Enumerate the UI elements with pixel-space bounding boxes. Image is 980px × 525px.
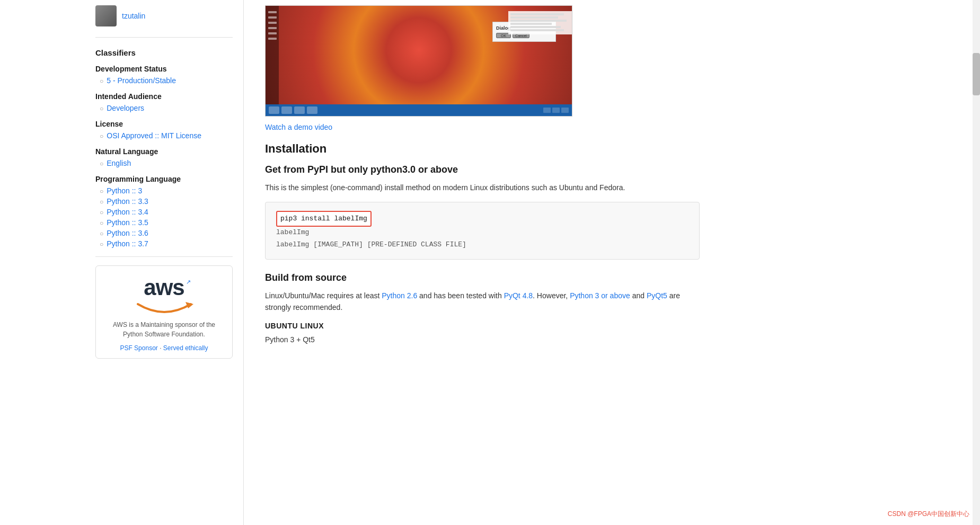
bullet-icon: ○ — [100, 198, 103, 206]
bullet-icon: ○ — [100, 105, 103, 112]
prog-lang-link[interactable]: Python :: 3 — [107, 186, 142, 195]
programming-language-list: ○Python :: 3○Python :: 3.3○Python :: 3.4… — [95, 186, 233, 248]
dev-status-link[interactable]: 5 - Production/Stable — [107, 76, 176, 85]
build-desc-before-pyqt48: and has been tested with — [417, 291, 504, 300]
bullet-icon: ○ — [100, 219, 103, 227]
bullet-icon: ○ — [100, 209, 103, 216]
programming-language-title: Programming Language — [95, 175, 233, 183]
aws-description: AWS is a Maintaining sponsor of the Pyth… — [104, 320, 224, 339]
sidebar-icon — [268, 16, 277, 19]
sidebar: tzutalin Classifiers Development Status … — [0, 0, 244, 525]
aws-smile-icon — [133, 299, 196, 315]
avatar — [95, 5, 117, 26]
taskbar-right-icon — [552, 108, 560, 113]
natural-language-item: ○ English — [95, 159, 233, 167]
bullet-icon: ○ — [100, 230, 103, 237]
sidebar-icon — [268, 32, 277, 34]
taskbar-icon — [281, 106, 292, 114]
development-status-title: Development Status — [95, 65, 233, 73]
bullet-icon: ○ — [100, 132, 103, 140]
aws-logo-text: aws — [144, 275, 184, 300]
dev-status-item: ○ 5 - Production/Stable — [95, 76, 233, 85]
scrollbar-thumb[interactable] — [973, 53, 980, 95]
taskbar-right-icon — [543, 108, 551, 113]
prog-lang-item: ○Python :: 3.4 — [95, 208, 233, 216]
build-desc-before-python3: . However, — [533, 291, 570, 300]
sidebar-divider — [95, 256, 233, 257]
ubuntu-header: UBUNTU LINUX — [265, 322, 700, 330]
sidebar-icon — [268, 22, 277, 24]
taskbar-right-icon — [561, 108, 569, 113]
prog-lang-item: ○Python :: 3.7 — [95, 239, 233, 248]
build-desc-before-pyqt5: and — [630, 291, 647, 300]
code-line3: labelImg [IMAGE_PATH] [PRE-DEFINED CLASS… — [276, 239, 688, 251]
aws-sponsor-box: aws ↗ AWS is a Maintaining sponsor of th… — [95, 265, 233, 359]
intended-audience-item: ○ Developers — [95, 104, 233, 112]
watermark: CSDN @FPGA中国创新中心 — [888, 510, 969, 519]
taskbar-icon — [269, 106, 279, 114]
aws-footer: PSF Sponsor · Served ethically — [104, 344, 224, 352]
build-desc-before-python26: Linux/Ubuntu/Mac requires at least — [265, 291, 382, 300]
scrollbar[interactable] — [973, 0, 980, 525]
prog-lang-item: ○Python :: 3.6 — [95, 229, 233, 237]
get-pypi-header: Get from PyPI but only python3.0 or abov… — [265, 164, 700, 175]
prog-lang-link[interactable]: Python :: 3.5 — [107, 218, 148, 227]
taskbar-icon — [294, 106, 305, 114]
main-content: Dialog OK Cancel — [244, 0, 721, 525]
natural-language-link[interactable]: English — [107, 159, 131, 167]
pyqt48-link[interactable]: PyQt 4.8 — [504, 291, 533, 300]
prog-lang-link[interactable]: Python :: 3.4 — [107, 208, 148, 216]
taskbar-right — [543, 108, 569, 113]
right-panel — [508, 11, 572, 34]
prog-lang-item: ○Python :: 3 — [95, 186, 233, 195]
prog-lang-link[interactable]: Python :: 3.3 — [107, 197, 148, 206]
separator: · — [160, 344, 163, 352]
prog-lang-item: ○Python :: 3.3 — [95, 197, 233, 206]
bullet-icon: ○ — [100, 241, 103, 248]
bullet-icon: ○ — [100, 77, 103, 85]
installation-header: Installation — [265, 142, 700, 156]
psf-sponsor-link[interactable]: PSF Sponsor — [120, 344, 157, 352]
python-qt5-text: Python 3 + Qt5 — [265, 335, 700, 344]
intended-audience-link[interactable]: Developers — [107, 104, 144, 112]
build-description: Linux/Ubuntu/Mac requires at least Pytho… — [265, 290, 700, 314]
aws-external-icon: ↗ — [186, 279, 191, 286]
sidebar-icon — [268, 38, 277, 40]
intended-audience-title: Intended Audience — [95, 92, 233, 101]
aws-logo: aws ↗ — [104, 277, 224, 315]
code-highlighted: pip3 install labelImg — [276, 211, 372, 227]
taskbar — [266, 104, 572, 116]
user-section: tzutalin — [95, 5, 233, 38]
build-header: Build from source — [265, 272, 700, 283]
python26-link[interactable]: Python 2.6 — [382, 291, 417, 300]
user-link[interactable]: tzutalin — [122, 12, 145, 20]
bullet-icon: ○ — [100, 188, 103, 195]
demo-image: Dialog OK Cancel — [265, 5, 572, 117]
sidebar-icon — [268, 11, 277, 13]
sidebar-icon — [268, 27, 277, 29]
served-ethically-link[interactable]: Served ethically — [163, 344, 208, 352]
license-link[interactable]: OSI Approved :: MIT License — [107, 131, 201, 140]
classifiers-title: Classifiers — [95, 48, 233, 57]
code-line2: labelImg — [276, 227, 688, 238]
natural-language-title: Natural Language — [95, 147, 233, 156]
pypi-description: This is the simplest (one-command) insta… — [265, 182, 700, 193]
pyqt5-link[interactable]: PyQt5 — [647, 291, 667, 300]
taskbar-icon — [307, 106, 317, 114]
prog-lang-link[interactable]: Python :: 3.6 — [107, 229, 148, 237]
license-title: License — [95, 120, 233, 128]
python3-link[interactable]: Python 3 or above — [570, 291, 630, 300]
code-block: pip3 install labelImg labelImg labelImg … — [265, 202, 700, 259]
demo-sidebar — [266, 6, 279, 116]
demo-image-container: Dialog OK Cancel — [265, 5, 572, 117]
prog-lang-link[interactable]: Python :: 3.7 — [107, 239, 148, 248]
bullet-icon: ○ — [100, 160, 103, 167]
license-item: ○ OSI Approved :: MIT License — [95, 131, 233, 140]
watch-demo-link[interactable]: Watch a demo video — [265, 123, 700, 131]
prog-lang-item: ○Python :: 3.5 — [95, 218, 233, 227]
